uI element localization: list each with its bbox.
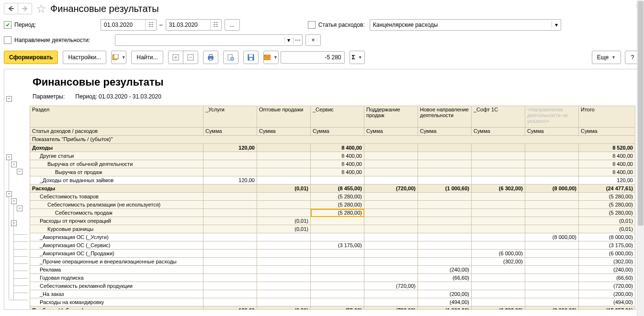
value-cell[interactable]: 120,00 <box>203 144 257 152</box>
table-row[interactable]: _Амортизация ОС (_Сервис)(3 175,00)(3 17… <box>30 241 635 250</box>
more-button[interactable]: Еще▼ <box>592 51 621 64</box>
tree-collapse-icon[interactable]: − <box>11 220 17 226</box>
table-row[interactable]: Расходы от прочих операций(0,01)(0,01) <box>30 217 635 225</box>
value-cell[interactable] <box>418 176 472 185</box>
value-cell[interactable]: (240,00) <box>418 266 472 274</box>
table-row[interactable]: Реклама(240,00)(240,00) <box>30 266 635 274</box>
value-cell[interactable]: (8 455,00) <box>311 185 364 193</box>
value-cell[interactable] <box>203 274 257 282</box>
value-cell[interactable]: 8 400,00 <box>579 168 635 176</box>
value-cell[interactable] <box>525 274 579 282</box>
value-cell[interactable] <box>203 298 257 306</box>
value-cell[interactable] <box>257 193 311 201</box>
value-cell[interactable] <box>472 160 525 168</box>
value-cell[interactable] <box>311 176 364 185</box>
value-cell[interactable]: (720,00) <box>364 282 418 290</box>
value-cell[interactable] <box>203 193 257 201</box>
value-cell[interactable] <box>203 160 257 168</box>
value-cell[interactable]: 120,00 <box>203 306 257 310</box>
value-cell[interactable]: (494,00) <box>418 298 472 306</box>
value-cell[interactable] <box>418 152 472 160</box>
value-cell[interactable] <box>364 290 418 298</box>
value-cell[interactable] <box>257 201 311 209</box>
tree-collapse-icon[interactable]: − <box>11 198 17 204</box>
date-to-field[interactable]: ☷ <box>166 19 222 31</box>
value-cell[interactable] <box>311 233 364 241</box>
value-cell[interactable] <box>311 258 364 266</box>
table-row[interactable]: _Амортизация ОС (_Услуги)(8 000,00)(8 00… <box>30 233 635 241</box>
value-cell[interactable] <box>257 274 311 282</box>
table-row[interactable]: Доходы120,008 400,008 520,00 <box>30 144 635 152</box>
variants-button[interactable]: ▼ <box>111 51 126 64</box>
period-checkbox[interactable] <box>4 21 11 29</box>
table-row[interactable]: _На заказ(200,00)(200,00) <box>30 290 635 298</box>
value-cell[interactable]: (5 280,00) <box>579 209 635 217</box>
value-cell[interactable]: (55,00) <box>311 306 364 310</box>
value-cell[interactable]: (5 280,00) <box>311 201 364 209</box>
calendar-icon[interactable]: ☷ <box>210 20 221 30</box>
value-cell[interactable]: (6 302,00) <box>472 306 525 310</box>
value-cell[interactable] <box>257 250 311 258</box>
value-cell[interactable] <box>472 282 525 290</box>
value-cell[interactable]: (3 175,00) <box>311 241 364 250</box>
value-cell[interactable] <box>364 258 418 266</box>
value-cell[interactable]: (200,00) <box>418 290 472 298</box>
value-cell[interactable] <box>472 274 525 282</box>
date-from-field[interactable]: ☷ <box>101 19 157 31</box>
value-cell[interactable]: 8 400,00 <box>311 168 364 176</box>
value-cell[interactable] <box>203 152 257 160</box>
value-cell[interactable] <box>311 250 364 258</box>
value-cell[interactable] <box>257 290 311 298</box>
table-row[interactable]: Расходы(0,01)(8 455,00)(720,00)(1 000,60… <box>30 185 635 193</box>
sum-menu-button[interactable]: Σ▼ <box>350 51 365 64</box>
value-cell[interactable] <box>472 233 525 241</box>
value-cell[interactable] <box>418 168 472 176</box>
value-cell[interactable]: (0,01) <box>579 225 635 233</box>
value-cell[interactable] <box>203 258 257 266</box>
value-cell[interactable] <box>472 290 525 298</box>
value-cell[interactable]: (0,01) <box>257 225 311 233</box>
value-cell[interactable] <box>257 282 311 290</box>
value-cell[interactable] <box>472 266 525 274</box>
value-cell[interactable] <box>525 144 579 152</box>
direction-input[interactable] <box>115 35 284 45</box>
table-row[interactable]: Курсовые разницы(0,01)(0,01) <box>30 225 635 233</box>
report-table[interactable]: Раздел_УслугиОптовые продажи_СервисПодде… <box>30 106 635 309</box>
value-cell[interactable] <box>525 258 579 266</box>
value-cell[interactable] <box>418 144 472 152</box>
table-row[interactable]: _Прочие операционные и внереализационные… <box>30 258 635 266</box>
tree-collapse-icon[interactable]: − <box>17 206 23 211</box>
value-cell[interactable] <box>525 241 579 250</box>
value-cell[interactable] <box>525 168 579 176</box>
date-to-input[interactable] <box>166 20 210 30</box>
value-cell[interactable] <box>257 258 311 266</box>
value-cell[interactable] <box>257 266 311 274</box>
value-cell[interactable]: (1 000,60) <box>418 185 472 193</box>
value-cell[interactable]: (24 477,61) <box>579 185 635 193</box>
settings-button[interactable]: Настройки... <box>63 51 106 64</box>
calendar-icon[interactable]: ☷ <box>145 20 156 30</box>
table-row[interactable]: Годовая подписка(66,60)(66,60) <box>30 274 635 282</box>
value-cell[interactable] <box>525 193 579 201</box>
value-cell[interactable]: 8 400,00 <box>311 160 364 168</box>
value-cell[interactable] <box>418 258 472 266</box>
value-cell[interactable] <box>364 144 418 152</box>
value-cell[interactable] <box>525 290 579 298</box>
value-cell[interactable] <box>418 241 472 250</box>
value-cell[interactable]: 8 520,00 <box>579 144 635 152</box>
value-cell[interactable]: (8 000,00) <box>525 233 579 241</box>
value-cell[interactable]: (5 280,00) <box>311 193 364 201</box>
email-button[interactable]: ▼ <box>263 51 279 64</box>
value-cell[interactable] <box>364 209 418 217</box>
value-cell[interactable] <box>311 217 364 225</box>
value-cell[interactable]: (6 000,00) <box>472 250 525 258</box>
value-cell[interactable] <box>418 193 472 201</box>
value-cell[interactable] <box>257 168 311 176</box>
value-cell[interactable] <box>364 266 418 274</box>
save-button[interactable] <box>243 51 259 64</box>
value-cell[interactable] <box>364 298 418 306</box>
value-cell[interactable] <box>203 282 257 290</box>
value-cell[interactable]: 8 400,00 <box>579 160 635 168</box>
value-cell[interactable] <box>364 225 418 233</box>
value-cell[interactable]: (720,00) <box>364 185 418 193</box>
